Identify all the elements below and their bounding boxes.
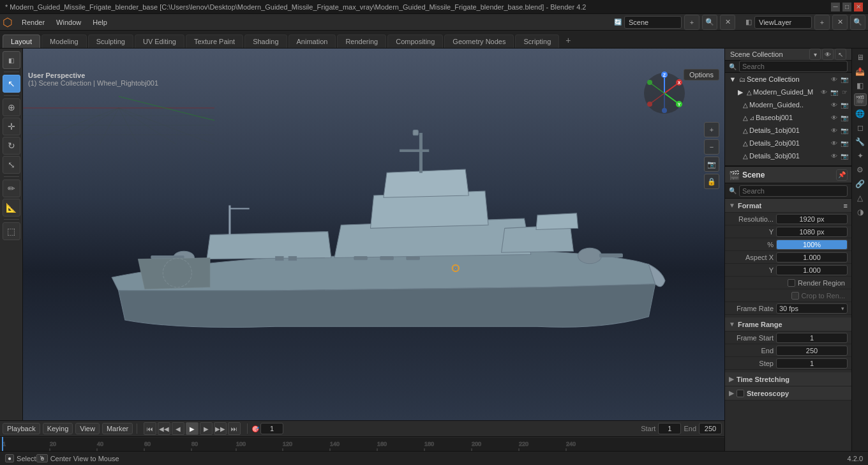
tab-animation[interactable]: Animation — [288, 34, 336, 48]
tab-rendering[interactable]: Rendering — [337, 34, 386, 48]
tab-shading[interactable]: Shading — [244, 34, 287, 48]
jump-prev-keyframe-button[interactable]: ◀◀ — [158, 422, 170, 435]
maximize-button[interactable]: □ — [842, 3, 851, 11]
next-frame-button[interactable]: ▶ — [200, 422, 213, 435]
constraints-props-icon[interactable]: 🔗 — [854, 178, 867, 190]
tab-sculpting[interactable]: Sculpting — [88, 34, 133, 48]
frame-rate-value[interactable]: 30 fps ▾ — [776, 303, 848, 314]
frame-range-section-header[interactable]: ▼ Frame Range — [725, 317, 851, 332]
outliner-item-scene-collection[interactable]: ▼ 🗂 Scene Collection 👁 📷 — [725, 73, 851, 86]
select-tool-button[interactable]: ↖ — [3, 75, 20, 93]
item-5-camera-icon[interactable]: 📷 — [840, 153, 849, 160]
mode-selector[interactable]: ◧ — [3, 51, 20, 69]
world-props-icon[interactable]: 🌐 — [854, 107, 867, 120]
item-0-select-icon[interactable]: ☞ — [840, 89, 849, 96]
render-region-checkbox[interactable] — [788, 279, 795, 287]
item-2-eye-icon[interactable]: 👁 — [830, 114, 839, 121]
resolution-x-value[interactable]: 1920 px — [776, 214, 848, 224]
outliner-item-1[interactable]: △ Modern_Guided.. 👁 📷 — [725, 98, 851, 111]
object-data-props-icon[interactable]: △ — [854, 192, 867, 204]
header-search-button[interactable]: 🔍 — [850, 15, 865, 30]
playback-menu[interactable]: Playback — [3, 423, 40, 434]
frame-end-value[interactable]: 250 — [776, 346, 848, 356]
outliner-hide-button[interactable]: 👁 — [822, 49, 834, 60]
item-3-eye-icon[interactable]: 👁 — [830, 127, 839, 134]
navigation-gizmo[interactable]: Z X Y — [643, 72, 686, 115]
transform-tool-button[interactable]: ⬚ — [3, 222, 20, 240]
minimize-button[interactable]: ─ — [831, 3, 840, 11]
tab-layout[interactable]: Layout — [3, 34, 40, 48]
camera-view-button[interactable]: 📷 — [704, 156, 719, 172]
scene-props-icon[interactable]: 🎬 — [854, 93, 867, 106]
viewlayer-add-button[interactable]: + — [814, 15, 830, 30]
outliner-item-4[interactable]: △ Details_2obj001 👁 📷 — [725, 137, 851, 149]
viewlayer-remove-button[interactable]: ✕ — [832, 15, 848, 30]
resolution-pct-value[interactable]: 100% — [776, 240, 848, 250]
tab-compositing[interactable]: Compositing — [387, 34, 443, 48]
output-props-icon[interactable]: 📤 — [854, 65, 867, 78]
item-4-camera-icon[interactable]: 📷 — [840, 140, 849, 147]
zoom-in-button[interactable]: + — [704, 122, 719, 137]
cursor-tool-button[interactable]: ⊕ — [3, 98, 20, 116]
modifier-props-icon[interactable]: 🔧 — [854, 135, 867, 148]
prev-frame-button[interactable]: ◀ — [172, 422, 184, 435]
options-button[interactable]: Options — [684, 69, 719, 80]
tab-geometry-nodes[interactable]: Geometry Nodes — [444, 34, 514, 48]
keying-menu[interactable]: Keying — [43, 423, 73, 434]
stereoscopy-section-header[interactable]: ▶ Stereoscopy — [725, 386, 851, 400]
eye-icon[interactable]: 👁 — [830, 76, 839, 83]
format-section-options[interactable]: ≡ — [844, 202, 848, 210]
viewport[interactable]: Object Mode ▾ View Select Add Object Glo… — [23, 49, 724, 420]
add-workspace-button[interactable]: + — [560, 33, 576, 48]
outliner-item-5[interactable]: △ Details_3obj001 👁 📷 — [725, 149, 851, 162]
annotate-tool-button[interactable]: ✏ — [3, 179, 20, 197]
scene-add-button[interactable]: + — [684, 15, 700, 30]
item-2-camera-icon[interactable]: 📷 — [840, 114, 849, 121]
menu-help[interactable]: Help — [87, 17, 112, 27]
item-3-camera-icon[interactable]: 📷 — [840, 127, 849, 134]
play-button[interactable]: ▶ — [186, 422, 198, 435]
material-props-icon[interactable]: ◑ — [854, 206, 867, 218]
outliner-search-input[interactable] — [739, 61, 848, 72]
stereoscopy-checkbox[interactable] — [737, 390, 744, 397]
item-0-eye-icon[interactable]: 👁 — [819, 89, 828, 96]
menu-window[interactable]: Window — [51, 17, 86, 27]
measure-tool-button[interactable]: 📐 — [3, 199, 20, 217]
item-1-eye-icon[interactable]: 👁 — [830, 102, 839, 109]
resolution-y-value[interactable]: 1080 px — [776, 227, 848, 237]
tab-uv-editing[interactable]: UV Editing — [135, 34, 184, 48]
object-props-icon[interactable]: ◻ — [854, 121, 867, 134]
jump-end-button[interactable]: ⏭ — [228, 422, 241, 435]
item-5-eye-icon[interactable]: 👁 — [830, 153, 839, 160]
view-lock-button[interactable]: 🔒 — [704, 174, 719, 189]
time-stretching-section-header[interactable]: ▶ Time Stretching — [725, 372, 851, 386]
format-section-header[interactable]: ▼ Format ≡ — [725, 199, 851, 213]
timeline-ruler[interactable]: 1 20 40 60 80 100 120 — [0, 437, 724, 451]
aspect-x-value[interactable]: 1.000 — [776, 252, 848, 263]
scene-icon-button[interactable]: 🔍 — [702, 15, 717, 30]
start-frame-input[interactable] — [658, 423, 681, 434]
scale-tool-button[interactable]: ⤡ — [3, 156, 20, 174]
options-label[interactable]: Options — [684, 69, 719, 80]
outliner-item-2[interactable]: △ ⊿ Baseobj001 👁 📷 — [725, 111, 851, 124]
physics-props-icon[interactable]: ⚙ — [854, 164, 867, 176]
outliner-item-0[interactable]: ▶ △ Modern_Guided_M 👁 📷 ☞ — [725, 86, 851, 98]
properties-pin-button[interactable]: 📌 — [836, 169, 848, 181]
menu-render[interactable]: Render — [17, 17, 50, 27]
move-tool-button[interactable]: ✛ — [3, 118, 20, 135]
close-button[interactable]: ✕ — [854, 3, 863, 11]
outliner-select-button[interactable]: ↖ — [835, 49, 846, 60]
viewlayer-name-input[interactable] — [754, 16, 812, 29]
render-icon[interactable]: 📷 — [840, 76, 849, 83]
render-props-icon[interactable]: 🖥 — [854, 51, 867, 64]
frame-step-value[interactable]: 1 — [776, 358, 848, 369]
aspect-y-value[interactable]: 1.000 — [776, 265, 848, 275]
jump-start-button[interactable]: ⏮ — [144, 422, 156, 435]
item-1-camera-icon[interactable]: 📷 — [840, 102, 849, 109]
rotate-tool-button[interactable]: ↻ — [3, 137, 20, 155]
current-frame-input[interactable] — [260, 423, 283, 434]
marker-menu[interactable]: Marker — [102, 423, 133, 434]
view-layer-props-icon[interactable]: ◧ — [854, 79, 867, 92]
end-frame-input[interactable] — [699, 423, 722, 434]
tab-texture-paint[interactable]: Texture Paint — [186, 34, 243, 48]
